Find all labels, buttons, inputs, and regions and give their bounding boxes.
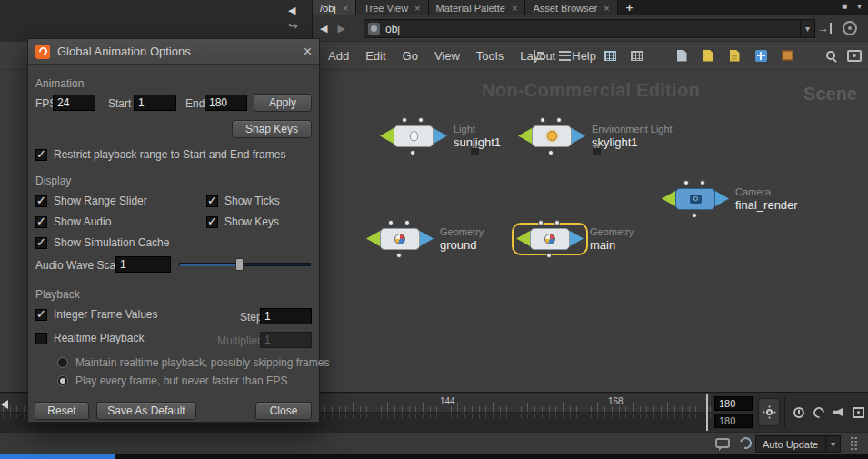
realtime-playback-checkbox[interactable]: Realtime Playback — [35, 332, 144, 344]
playback-realtime-button[interactable] — [789, 398, 808, 426]
range-start-handle[interactable] — [1, 400, 8, 409]
close-icon[interactable]: × — [604, 3, 609, 14]
node-body[interactable] — [532, 125, 572, 147]
menu-edit[interactable]: Edit — [357, 49, 394, 63]
asset-box-icon[interactable] — [778, 46, 796, 65]
show-keys-checkbox[interactable]: ✓ Show Keys — [206, 215, 279, 228]
close-button[interactable]: Close — [255, 402, 312, 420]
sticky-note-icon[interactable] — [725, 46, 743, 65]
search-icon[interactable] — [823, 49, 837, 63]
menu-tools[interactable]: Tools — [468, 49, 512, 63]
node-name-label[interactable]: ground — [440, 238, 484, 252]
menu-view[interactable]: View — [426, 49, 468, 63]
close-icon[interactable]: × — [512, 3, 517, 14]
slider-handle[interactable] — [235, 258, 244, 271]
node-flag-left[interactable] — [518, 128, 532, 144]
playhead-marker[interactable] — [706, 394, 708, 431]
forward-icon[interactable]: ▶ — [337, 23, 344, 35]
new-tab-button[interactable]: + — [618, 0, 642, 15]
refresh-icon[interactable] — [738, 435, 754, 452]
input-connector[interactable] — [388, 220, 394, 225]
tree-view-icon[interactable] — [529, 46, 547, 65]
playback-audio-button[interactable] — [829, 398, 848, 426]
node-flag-right[interactable] — [570, 231, 584, 246]
radial-menu-icon[interactable] — [843, 21, 857, 35]
message-bubble-icon[interactable] — [715, 438, 730, 448]
snap-keys-button[interactable]: Snap Keys — [232, 120, 312, 138]
start-input[interactable] — [134, 95, 176, 111]
node-main[interactable]: Geometry main — [516, 225, 634, 252]
flipbook-button[interactable] — [849, 398, 868, 426]
output-connector[interactable] — [548, 150, 554, 155]
grid-snap-icon[interactable] — [601, 46, 619, 65]
end-input[interactable] — [205, 95, 247, 111]
tab-tree-view[interactable]: Tree View × — [356, 0, 428, 15]
node-flag-right[interactable] — [420, 231, 434, 246]
snapshot-icon[interactable] — [673, 46, 691, 65]
checkbox-box[interactable]: ✓ — [206, 195, 218, 207]
checkbox-box[interactable] — [35, 333, 47, 344]
output-connector[interactable] — [692, 213, 697, 218]
input-connector[interactable] — [554, 220, 560, 225]
chevron-down-icon[interactable]: ▾ — [825, 436, 840, 452]
auto-update-combo[interactable]: Auto Update ▾ — [755, 435, 841, 453]
chevron-down-icon[interactable]: ▾ — [800, 20, 814, 37]
node-final-render[interactable]: Camera final_render — [662, 185, 798, 212]
checkbox-box[interactable]: ✓ — [35, 149, 47, 161]
menu-go[interactable]: Go — [394, 49, 426, 63]
tab-material-palette[interactable]: Material Palette × — [429, 0, 526, 15]
node-shape[interactable] — [662, 187, 729, 211]
path-combo[interactable]: obj ▾ — [364, 19, 815, 38]
end-frame-input[interactable] — [714, 414, 753, 428]
checkbox-box[interactable]: ✓ — [206, 216, 218, 228]
input-connector[interactable] — [418, 117, 424, 123]
checkbox-box[interactable]: ✓ — [35, 309, 47, 321]
node-flag-left[interactable] — [366, 231, 380, 246]
node-shape[interactable] — [518, 125, 585, 148]
input-connector[interactable] — [683, 180, 689, 185]
node-skylight1[interactable]: Environment Light skylight1 — [518, 123, 673, 149]
checkbox-box[interactable]: ✓ — [35, 216, 47, 228]
node-flag-left[interactable] — [380, 128, 394, 144]
close-icon[interactable]: × — [414, 3, 420, 14]
tab-obj[interactable]: /obj × — [313, 0, 356, 15]
input-connector[interactable] — [404, 220, 410, 225]
radio-circle[interactable] — [57, 357, 68, 368]
radio-maintain-realtime[interactable]: Maintain realtime playback, possibly ski… — [57, 356, 329, 369]
render-view-icon[interactable] — [845, 46, 863, 65]
pin-path-icon[interactable]: → — [818, 23, 832, 34]
node-name-label[interactable]: final_render — [735, 198, 798, 212]
node-name-label[interactable]: main — [590, 238, 634, 252]
radio-play-every-frame[interactable]: Play every frame, but never faster than … — [57, 374, 287, 387]
node-body[interactable] — [530, 228, 570, 250]
grid-display-icon[interactable] — [627, 46, 645, 65]
apply-button[interactable]: Apply — [254, 94, 312, 112]
node-body[interactable] — [675, 188, 715, 210]
node-shape-selected[interactable] — [516, 227, 584, 251]
show-range-slider-checkbox[interactable]: ✓ Show Range Slider — [35, 195, 147, 207]
checkbox-box[interactable]: ✓ — [35, 195, 47, 207]
node-flag-right[interactable] — [572, 128, 585, 144]
node-shape[interactable] — [380, 125, 447, 148]
audio-wave-scale-slider[interactable] — [179, 256, 311, 273]
node-flag-right[interactable] — [434, 128, 447, 144]
playback-loop-button[interactable] — [809, 398, 828, 426]
output-connector[interactable] — [546, 253, 552, 258]
list-view-icon[interactable] — [555, 46, 574, 65]
pane-link-icon[interactable]: ↪ — [288, 20, 298, 32]
show-simulation-cache-checkbox[interactable]: ✓ Show Simulation Cache — [35, 236, 169, 249]
node-body[interactable] — [394, 125, 434, 147]
restrict-playback-checkbox[interactable]: ✓ Restrict playback range to Start and E… — [35, 148, 285, 161]
input-connector[interactable] — [540, 117, 545, 123]
node-name-label[interactable]: skylight1 — [592, 135, 673, 149]
radio-circle-selected[interactable] — [57, 375, 68, 386]
node-ground[interactable]: Geometry ground — [366, 225, 484, 252]
input-connector[interactable] — [538, 220, 544, 225]
node-flag-left[interactable] — [662, 191, 675, 206]
input-connector[interactable] — [402, 117, 407, 123]
close-icon[interactable]: × — [304, 45, 312, 59]
pane-menu-icon[interactable]: ▾ — [857, 1, 862, 11]
checkbox-box[interactable]: ✓ — [35, 237, 47, 249]
pane-collapse-icon[interactable]: ◀ — [288, 5, 298, 15]
node-flag-right[interactable] — [715, 191, 729, 206]
